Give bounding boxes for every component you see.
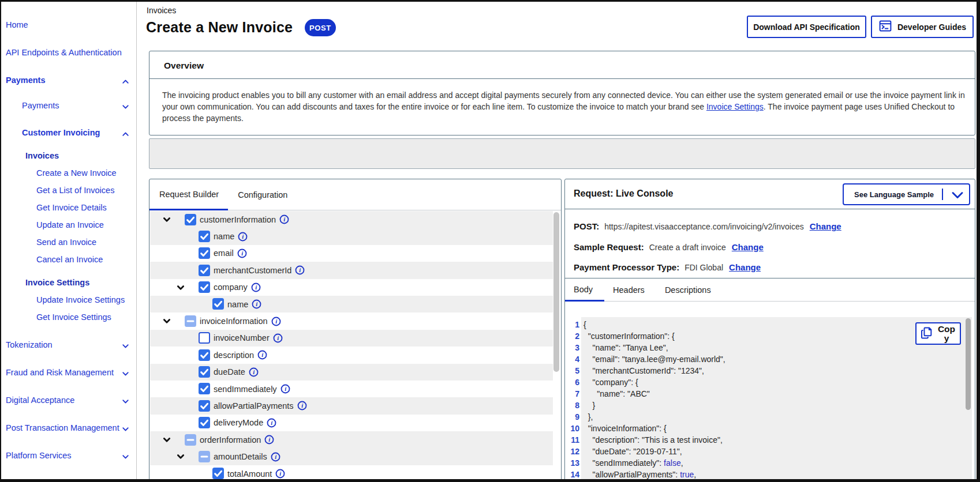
- code-text: },: [579, 411, 593, 423]
- email-checkbox[interactable]: [199, 247, 210, 259]
- info-icon[interactable]: i: [267, 418, 276, 428]
- svg-text:i: i: [280, 470, 282, 477]
- download-api-spec-button[interactable]: Download API Specification: [747, 16, 866, 38]
- info-icon[interactable]: i: [257, 350, 267, 360]
- info-icon[interactable]: i: [280, 384, 290, 394]
- info-icon[interactable]: i: [295, 265, 305, 275]
- code-scrollbar-thumb[interactable]: [966, 318, 971, 410]
- description-checkbox[interactable]: [199, 349, 210, 361]
- field-name-label: sendImmediately: [214, 385, 277, 394]
- info-icon[interactable]: i: [273, 333, 283, 343]
- chevron-down-icon[interactable]: [122, 397, 129, 404]
- sidebar-item-home[interactable]: Home: [0, 19, 136, 31]
- info-icon[interactable]: i: [264, 435, 274, 445]
- info-icon[interactable]: i: [249, 367, 259, 377]
- sidebar-item-update-an-invoice[interactable]: Update an Invoice: [0, 219, 136, 231]
- tree-row-labelwrap: namei: [214, 228, 248, 244]
- sidebar-item-customer-invoicing[interactable]: Customer Invoicing: [0, 127, 136, 138]
- sidebar-item-cancel-an-invoice[interactable]: Cancel an Invoice: [0, 254, 136, 265]
- chevron-down-icon[interactable]: [122, 341, 129, 349]
- tree-row-labelwrap: invoiceInformationi: [200, 312, 281, 329]
- info-icon[interactable]: i: [271, 317, 281, 326]
- info-icon[interactable]: i: [297, 401, 307, 411]
- tab-descriptions[interactable]: Descriptions: [656, 278, 723, 302]
- tab-headers[interactable]: Headers: [604, 278, 656, 302]
- deliverymode-checkbox[interactable]: [199, 417, 210, 428]
- download-api-spec-label: Download API Specification: [753, 22, 860, 32]
- sidebar-item-digital-acceptance[interactable]: Digital Acceptance: [0, 394, 136, 406]
- tab-request-builder[interactable]: Request Builder: [149, 179, 228, 210]
- sidebar-item-send-an-invoice[interactable]: Send an Invoice: [0, 236, 136, 248]
- sendimmediately-checkbox[interactable]: [199, 383, 210, 394]
- chevron-down-icon[interactable]: [951, 191, 964, 201]
- line-number: 1: [566, 319, 579, 330]
- expand-chevron-icon[interactable]: [163, 216, 171, 224]
- breadcrumb[interactable]: Invoices: [147, 6, 176, 15]
- tree-row-labelwrap: customerInformationi: [200, 211, 289, 228]
- customerinformation-checkbox[interactable]: [185, 214, 196, 225]
- info-icon[interactable]: i: [271, 452, 280, 462]
- tab-configuration[interactable]: Configuration: [228, 179, 297, 210]
- chevron-down-icon[interactable]: [122, 452, 129, 460]
- expand-chevron-icon[interactable]: [177, 284, 185, 292]
- svg-text:i: i: [275, 453, 276, 460]
- totalamount-checkbox[interactable]: [212, 468, 224, 479]
- sidebar-item-tokenization[interactable]: Tokenization: [0, 339, 136, 351]
- sidebar-item-invoice-settings[interactable]: Invoice Settings: [0, 277, 136, 288]
- allowpartialpayments-checkbox[interactable]: [199, 400, 210, 412]
- developer-guides-button[interactable]: Developer Guides: [871, 16, 974, 38]
- merchantcustomerid-checkbox[interactable]: [199, 265, 210, 276]
- sidebar-item-get-invoice-details[interactable]: Get Invoice Details: [0, 202, 136, 213]
- sidebar-item-get-a-list-of-invoices[interactable]: Get a List of Invoices: [0, 184, 136, 196]
- change-link[interactable]: Change: [810, 221, 841, 231]
- info-icon[interactable]: i: [252, 299, 261, 309]
- company-checkbox[interactable]: [199, 281, 210, 293]
- tree-scrollbar-thumb[interactable]: [553, 212, 559, 372]
- chevron-up-icon[interactable]: [122, 129, 129, 137]
- name-checkbox[interactable]: [212, 298, 224, 310]
- info-icon[interactable]: i: [251, 283, 261, 292]
- sidebar-item-create-a-new-invoice[interactable]: Create a New Invoice: [0, 167, 136, 179]
- invoice-settings-link[interactable]: Invoice Settings: [706, 102, 764, 111]
- sidebar-item-invoices[interactable]: Invoices: [0, 150, 136, 161]
- copy-button[interactable]: Copy: [915, 322, 961, 345]
- chevron-down-icon[interactable]: [122, 102, 129, 110]
- see-language-sample-button[interactable]: See Language Sample: [843, 183, 970, 205]
- chevron-up-icon[interactable]: [122, 77, 129, 84]
- info-icon[interactable]: i: [238, 232, 248, 242]
- sidebar-item-api-endpoints-authentication[interactable]: API Endpoints & Authentication: [0, 47, 136, 58]
- amountdetails-checkbox[interactable]: [199, 451, 210, 462]
- info-icon[interactable]: i: [237, 248, 247, 258]
- orderinformation-checkbox[interactable]: [185, 434, 196, 446]
- window-frame-right: [977, 0, 980, 482]
- sidebar-item-post-transaction-management[interactable]: Post Transaction Management: [0, 422, 136, 434]
- info-icon[interactable]: i: [275, 469, 285, 479]
- change-link[interactable]: Change: [732, 242, 764, 252]
- sidebar-item-platform-services[interactable]: Platform Services: [0, 450, 136, 461]
- expand-chevron-icon[interactable]: [177, 453, 185, 461]
- chevron-down-icon[interactable]: [122, 424, 129, 432]
- see-language-sample-label: See Language Sample: [844, 190, 934, 199]
- change-link[interactable]: Change: [729, 262, 761, 272]
- invoiceinformation-checkbox[interactable]: [185, 315, 196, 327]
- info-icon[interactable]: i: [279, 214, 289, 224]
- sidebar-item-fraud-and-risk-management[interactable]: Fraud and Risk Management: [0, 367, 136, 378]
- sidebar-item-label: Customer Invoicing: [22, 127, 100, 138]
- sidebar-nav: HomeAPI Endpoints & AuthenticationPaymen…: [0, 0, 137, 482]
- sidebar-item-update-invoice-settings[interactable]: Update Invoice Settings: [0, 294, 136, 306]
- expand-chevron-icon[interactable]: [163, 317, 171, 325]
- chevron-down-icon[interactable]: [122, 369, 129, 376]
- expand-chevron-icon[interactable]: [163, 436, 171, 444]
- name-checkbox[interactable]: [199, 231, 210, 242]
- sidebar-item-payments[interactable]: Payments: [0, 74, 136, 86]
- sidebar-item-payments[interactable]: Payments: [0, 100, 136, 111]
- duedate-checkbox[interactable]: [199, 366, 210, 378]
- collapsed-section-strip[interactable]: [149, 138, 975, 169]
- svg-text:i: i: [275, 318, 277, 325]
- code-text: "customerInformation": {: [579, 330, 675, 342]
- sidebar-item-get-invoice-settings[interactable]: Get Invoice Settings: [0, 311, 136, 323]
- field-name-label: name: [214, 232, 234, 241]
- page-title: Create a New Invoice: [146, 19, 293, 36]
- invoicenumber-checkbox[interactable]: [199, 332, 210, 344]
- tab-body[interactable]: Body: [565, 278, 604, 302]
